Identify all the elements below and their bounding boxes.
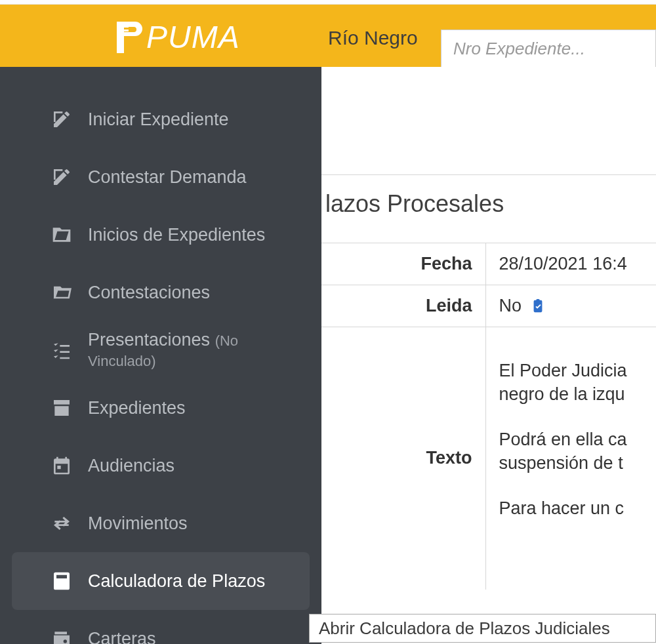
main-content: lazos Procesales Fecha 28/10/2021 16:4 L… — [321, 67, 656, 644]
calendar-icon — [50, 454, 73, 477]
sidebar-item-label: Expedientes — [88, 398, 186, 418]
row-leida: Leida No — [321, 285, 656, 327]
sidebar-item-label: Carteras — [88, 629, 156, 645]
sidebar-item-audiencias[interactable]: Audiencias — [12, 437, 310, 494]
texto-p1: El Poder Judicia negro de la izqu — [499, 359, 644, 407]
row-texto-label: Texto — [321, 327, 485, 590]
sidebar-item-inicios-expedientes[interactable]: Inicios de Expedientes — [12, 206, 310, 264]
puma-p-icon — [115, 22, 142, 53]
row-texto: Texto El Poder Judicia negro de la izqu … — [321, 327, 656, 590]
texto-p3: Para hacer un c — [499, 496, 644, 520]
region-text: Río Negro — [328, 27, 418, 49]
archive-box-icon — [50, 396, 73, 420]
sidebar-item-expedientes[interactable]: Expedientes — [12, 379, 310, 437]
folder-open-outline-icon — [50, 281, 73, 304]
row-fecha-value: 28/10/2021 16:4 — [485, 243, 656, 285]
row-leida-value: No — [485, 285, 656, 327]
sidebar-item-carteras[interactable]: Carteras — [12, 610, 310, 644]
texto-body: El Poder Judicia negro de la izqu Podrá … — [499, 359, 644, 520]
detail-table: Fecha 28/10/2021 16:4 Leida No Texto El … — [321, 243, 656, 590]
sidebar-item-label: Iniciar Expediente — [88, 110, 229, 130]
row-texto-value: El Poder Judicia negro de la izqu Podrá … — [485, 327, 656, 590]
panel-title: lazos Procesales — [325, 190, 504, 218]
transfer-icon — [50, 512, 73, 535]
brand-logo: PUMA — [115, 19, 240, 55]
edit-square-icon — [50, 108, 73, 131]
edit-square-icon — [50, 165, 73, 189]
panel-divider — [321, 174, 656, 175]
row-fecha-label: Fecha — [321, 243, 485, 285]
calculator-icon — [50, 569, 73, 593]
sidebar-item-label-main: Presentaciones — [88, 330, 210, 350]
sidebar-item-contestar-demanda[interactable]: Contestar Demanda — [12, 148, 310, 206]
sidebar-item-contestaciones[interactable]: Contestaciones — [12, 264, 310, 321]
search-container — [441, 30, 656, 68]
svg-rect-1 — [117, 30, 129, 31]
svg-rect-0 — [117, 26, 129, 28]
sidebar-item-label: Audiencias — [88, 456, 174, 476]
sidebar-item-movimientos[interactable]: Movimientos — [12, 494, 310, 552]
leida-text: No — [499, 296, 522, 315]
wallet-icon — [50, 627, 73, 644]
folder-open-icon — [50, 223, 73, 247]
window-top-edge — [0, 0, 656, 5]
row-leida-label: Leida — [321, 285, 485, 327]
sidebar-item-label: Movimientos — [88, 513, 188, 534]
sidebar: Iniciar Expediente Contestar Demanda Ini… — [0, 67, 321, 644]
brand-name: PUMA — [146, 19, 240, 55]
sidebar-item-label: Contestar Demanda — [88, 167, 247, 188]
tooltip-calculadora: Abrir Calculadora de Plazos Judiciales — [309, 614, 656, 643]
sidebar-item-label: Inicios de Expedientes — [88, 225, 265, 245]
checklist-icon — [50, 338, 73, 362]
sidebar-item-presentaciones[interactable]: Presentaciones (No Vinculado) — [12, 321, 310, 379]
sidebar-item-label: Contestaciones — [88, 283, 210, 303]
search-input[interactable] — [453, 39, 644, 59]
row-fecha: Fecha 28/10/2021 16:4 — [321, 243, 656, 285]
sidebar-item-label: Calculadora de Plazos — [88, 571, 265, 592]
sidebar-item-calculadora-plazos[interactable]: Calculadora de Plazos — [12, 552, 310, 610]
texto-p2: Podrá en ella ca suspensión de t — [499, 428, 644, 475]
sidebar-item-label: Presentaciones (No Vinculado) — [88, 330, 291, 371]
clipboard-check-icon[interactable] — [531, 298, 545, 313]
topbar: PUMA Río Negro — [0, 5, 656, 67]
sidebar-item-iniciar-expediente[interactable]: Iniciar Expediente — [12, 91, 310, 148]
